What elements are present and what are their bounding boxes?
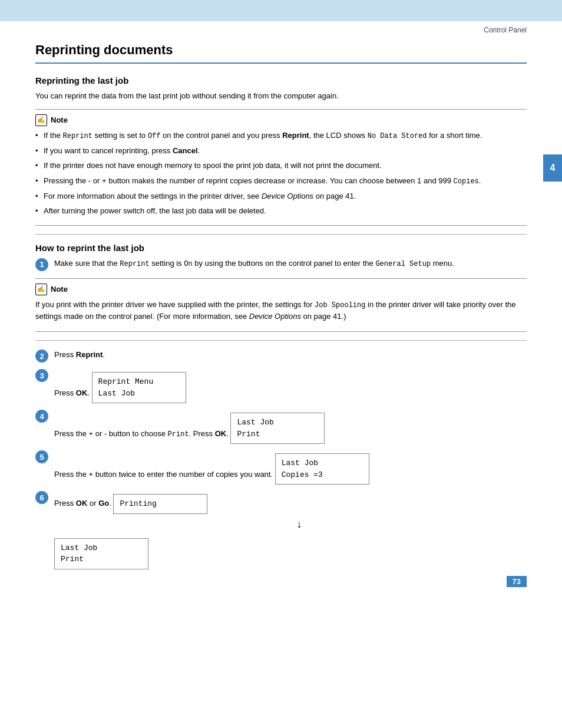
breadcrumb: Control Panel [484,26,527,34]
step3-num: 3 [35,369,48,382]
step2-num: 2 [35,350,48,363]
divider2 [35,340,527,341]
step6-content: Press OK or Go. Printing ↓ Last Job Prin… [54,490,527,569]
step2-content: Press Reprint. [54,349,527,361]
note1-item6: After turning the power switch off, the … [35,205,527,217]
step5-content: Press the + button twice to enter the nu… [54,450,527,485]
step1-content: Make sure that the Reprint setting is On… [54,258,527,269]
page-footer: 73 [507,576,527,587]
note1-item2: If you want to cancel reprinting, press … [35,145,527,157]
step6-lcd1: Printing [113,494,207,514]
step3-lcd-line1: Reprint Menu [98,376,180,388]
step6-num: 6 [35,491,48,504]
note1-item3: If the printer does not have enough memo… [35,160,527,172]
step1: 1 Make sure that the Reprint setting is … [35,258,527,271]
code-reprint2: Reprint [120,260,149,268]
divider1 [35,234,527,235]
step1-num: 1 [35,258,48,271]
code-print: Print [168,430,189,439]
step6-lcd2-line2: Print [61,554,142,565]
step4-lcd: Last Job Print [230,413,325,444]
section1-title: Reprinting the last job [35,75,527,85]
note1-list: If the Reprint setting is set to Off on … [35,130,527,217]
bold-ok3: OK [76,499,88,508]
code-nodatastored: No Data Stored [368,132,427,140]
note1-box: Note If the Reprint setting is set to Of… [35,109,527,226]
note1-icon [35,114,47,126]
code-on: On [184,260,192,268]
step3-content: Press OK. Reprint Menu Last Job [54,368,527,403]
main-content: 4 Reprinting documents Reprinting the la… [0,37,562,599]
note2-box: Note If you print with the printer drive… [35,278,527,332]
step6-lcd2: Last Job Print [54,538,148,569]
step4-num: 4 [35,410,48,423]
note2-text: If you print with the printer driver we … [35,299,527,322]
step3-lcd-line2: Last Job [98,388,180,400]
bold-cancel: Cancel [173,146,198,155]
step6-lcd1-line1: Printing [120,498,201,510]
top-bar [0,0,562,21]
italic-device-options2: Device Options [249,312,301,321]
note1-item4: Pressing the - or + button makes the num… [35,175,527,187]
note1-header: Note [35,114,527,126]
chapter-tab: 4 [543,154,562,182]
section1-intro: You can reprint the data from the last p… [35,90,527,102]
step4-lcd-line2: Print [237,429,318,440]
code-copies: Copies [454,177,479,186]
step5: 5 Press the + button twice to enter the … [35,450,527,485]
note1-item1: If the Reprint setting is set to Off on … [35,130,527,141]
step5-num: 5 [35,450,48,463]
note1-item5: For more information about the settings … [35,190,527,202]
page-title: Reprinting documents [35,42,527,64]
bold-go: Go [98,499,109,508]
step6-arrow: ↓ [72,516,527,532]
code-generalsetup: General Setup [375,260,431,268]
note2-header: Note [35,284,527,295]
bold-reprint: Reprint [282,131,309,140]
bold-reprint2: Reprint [76,350,103,359]
note2-icon [35,284,47,295]
note2-label: Note [51,285,68,294]
section2-title: How to reprint the last job [35,243,527,253]
step5-lcd: Last Job Copies =3 [275,453,369,485]
bold-ok2: OK [215,429,227,438]
step5-lcd-line1: Last Job [282,457,363,469]
page-number: 73 [507,576,527,587]
step4-content: Press the + or - button to choose Print.… [54,409,527,444]
step2: 2 Press Reprint. [35,349,527,363]
code-reprint: Reprint [63,132,92,140]
code-jobspooling: Job Spooling [315,301,365,309]
bold-ok1: OK [76,388,88,397]
step5-lcd-line2: Copies =3 [282,469,363,481]
step6-lcd2-line1: Last Job [61,542,142,554]
step6: 6 Press OK or Go. Printing ↓ Last Job Pr… [35,490,527,569]
step3: 3 Press OK. Reprint Menu Last Job [35,368,527,403]
note1-label: Note [51,116,68,124]
step4-lcd-line1: Last Job [237,417,318,429]
page-header: Control Panel [0,21,562,37]
step3-lcd: Reprint Menu Last Job [92,372,186,403]
italic-device-options: Device Options [262,192,313,200]
code-off: Off [148,132,161,140]
step4: 4 Press the + or - button to choose Prin… [35,409,527,444]
